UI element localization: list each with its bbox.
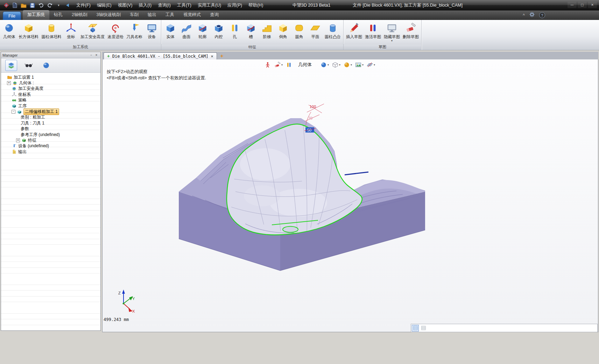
tree-item-6[interactable]: 工序 bbox=[1, 103, 100, 109]
wireframe-mode-icon[interactable]: ▾ bbox=[332, 62, 340, 68]
qat-dropdown-icon[interactable]: ▾ bbox=[55, 2, 62, 9]
dropdown-arrow-icon[interactable]: ▾ bbox=[281, 63, 283, 66]
dropdown-arrow-icon[interactable]: ▾ bbox=[327, 63, 329, 66]
ribbon-button-2-7[interactable]: 阶梯 bbox=[259, 21, 275, 40]
ribbon-button-3-1[interactable]: 插入草图 bbox=[345, 21, 364, 40]
tree-item-3[interactable]: 加工安全高度 bbox=[1, 86, 100, 92]
menu-item-8[interactable]: 应用(P) bbox=[225, 1, 245, 9]
ribbon-button-2-11[interactable]: 圆柱凸台 bbox=[323, 21, 342, 40]
tree-item-8[interactable]: 类别 : 粗加工 bbox=[1, 115, 100, 120]
tree-item-11[interactable]: 参考工序 (undefined) bbox=[1, 132, 100, 137]
view-orientation-icon[interactable]: ▾ bbox=[320, 62, 329, 68]
ribbon-tab-8[interactable]: 视觉样式 bbox=[179, 10, 205, 20]
close-button[interactable]: × bbox=[588, 2, 597, 8]
ribbon-button-1-2[interactable]: 长方体坯料 bbox=[17, 21, 40, 40]
ribbon-button-1-3[interactable]: 圆柱体坯料 bbox=[40, 21, 63, 40]
ribbon-button-1-6[interactable]: 速度进给 bbox=[106, 21, 125, 40]
ribbon-button-2-9[interactable]: 圆角 bbox=[291, 21, 307, 40]
manager-close-icon[interactable]: × bbox=[94, 53, 99, 57]
document-tab[interactable]: + Die Block 4601.VX - [55.Die_block_CAM]… bbox=[104, 52, 217, 59]
viewport-3d-model[interactable]: 100 70 50 Z Y X bbox=[103, 59, 598, 331]
ribbon-tab-4[interactable]: 3轴快速铣削 bbox=[92, 10, 125, 20]
dropdown-arrow-icon[interactable]: ▾ bbox=[362, 63, 364, 66]
ribbon-button-2-6[interactable]: 槽 bbox=[243, 21, 259, 40]
ribbon-tab-5[interactable]: 车削 bbox=[125, 10, 143, 20]
color-manager-icon[interactable] bbox=[286, 62, 293, 68]
shaded-mode-icon[interactable]: ▾ bbox=[343, 62, 352, 68]
minimize-button[interactable]: ─ bbox=[568, 2, 577, 8]
menu-item-6[interactable]: 工具(T) bbox=[174, 1, 194, 9]
ribbon-button-2-10[interactable]: 平面 bbox=[307, 21, 323, 40]
new-file-icon[interactable] bbox=[12, 2, 18, 9]
ribbon-button-3-3[interactable]: 隐藏草图 ▾ bbox=[382, 21, 401, 42]
tree-item-2[interactable]: +几何体 : bbox=[1, 80, 100, 86]
maximize-button[interactable]: □ bbox=[578, 2, 587, 8]
list-view-icon[interactable] bbox=[420, 325, 427, 331]
bottom-scrollbar-strip[interactable] bbox=[411, 324, 598, 332]
ribbon-button-1-5[interactable]: 加工安全高度 bbox=[79, 21, 106, 40]
dropdown-arrow-icon[interactable]: ▾ bbox=[351, 63, 352, 66]
redo-icon[interactable] bbox=[47, 2, 53, 9]
ribbon-button-2-1[interactable]: 实体 bbox=[162, 21, 178, 40]
grid-view-icon[interactable] bbox=[412, 325, 419, 331]
tree-item-1[interactable]: 加工设置 1 bbox=[1, 74, 100, 80]
ribbon-tab-3[interactable]: 2轴铣削 bbox=[67, 10, 92, 20]
file-menu-button[interactable]: File bbox=[3, 12, 21, 20]
menu-item-2[interactable]: 编辑(E) bbox=[94, 1, 114, 9]
ribbon-button-2-3[interactable]: 轮廓 bbox=[195, 21, 211, 40]
dropdown-arrow-icon[interactable]: ▾ bbox=[391, 40, 393, 42]
undo-icon[interactable] bbox=[38, 2, 44, 9]
ribbon-tab-9[interactable]: 查询 bbox=[205, 10, 223, 20]
tree-expander-icon[interactable]: + bbox=[16, 138, 20, 142]
erase-highlight-icon[interactable]: ▾ bbox=[274, 62, 283, 68]
save-file-icon[interactable] bbox=[29, 2, 36, 9]
background-image-icon[interactable]: ▾ bbox=[355, 62, 364, 68]
display-manager-icon[interactable] bbox=[40, 60, 52, 71]
tree-item-9[interactable]: 刀具 : 刀具 1 bbox=[1, 120, 100, 126]
help-icon[interactable]: ? bbox=[539, 12, 545, 18]
menu-item-3[interactable]: 视图(V) bbox=[115, 1, 135, 9]
open-file-icon[interactable] bbox=[20, 2, 27, 9]
ribbon-button-1-8[interactable]: 设备 bbox=[144, 21, 160, 40]
menu-item-5[interactable]: 查询(I) bbox=[155, 1, 174, 9]
tree-item-4[interactable]: 坐标系 bbox=[1, 92, 100, 97]
tab-close-icon[interactable]: × bbox=[211, 54, 213, 59]
tree-item-12[interactable]: +特征 bbox=[1, 137, 100, 143]
ribbon-button-2-5[interactable]: 孔 bbox=[227, 21, 243, 40]
menu-item-9[interactable]: 帮助(H) bbox=[246, 1, 266, 9]
tree-item-13[interactable]: 设备 (undefined) bbox=[1, 143, 100, 149]
manager-tab-icon[interactable] bbox=[5, 60, 17, 71]
ribbon-tab-6[interactable]: 输出 bbox=[143, 10, 161, 20]
ribbon-tab-2[interactable]: 钻孔 bbox=[49, 10, 67, 20]
dropdown-arrow-icon[interactable]: ▾ bbox=[374, 63, 375, 66]
pick-filter-icon[interactable] bbox=[264, 62, 271, 68]
ribbon-button-2-4[interactable]: 内腔 bbox=[211, 21, 227, 40]
menu-item-1[interactable]: 文件(F) bbox=[73, 1, 93, 9]
tree-item-10[interactable]: 参数 bbox=[1, 126, 100, 132]
dropdown-arrow-icon[interactable]: ▾ bbox=[339, 63, 340, 66]
pick-filter-dropdown[interactable]: 几何体 bbox=[298, 62, 312, 68]
ribbon-button-1-1[interactable]: 几何体 bbox=[1, 21, 17, 40]
ribbon-tab-1[interactable]: 加工系统 bbox=[23, 10, 49, 20]
ribbon-button-2-2[interactable]: 曲面 bbox=[178, 21, 195, 40]
tree-item-14[interactable]: 输出 bbox=[1, 149, 100, 155]
manager-float-icon[interactable]: ▫ bbox=[89, 53, 94, 57]
new-view-plus-icon[interactable]: + bbox=[220, 53, 224, 59]
tree-expander-icon[interactable]: - bbox=[12, 110, 15, 114]
glasses-visibility-icon[interactable] bbox=[23, 60, 35, 71]
ribbon-button-3-4[interactable]: 删除草图 bbox=[401, 21, 420, 40]
ribbon-tab-7[interactable]: 工具 bbox=[161, 10, 179, 20]
ribbon-collapse-icon[interactable]: ^ bbox=[523, 13, 525, 18]
settings-gear-icon[interactable] bbox=[529, 12, 535, 19]
ribbon-button-1-4[interactable]: 坐标 bbox=[63, 21, 79, 40]
tree-expander-icon[interactable]: + bbox=[7, 81, 11, 85]
menu-item-4[interactable]: 插入(I) bbox=[136, 1, 154, 9]
section-view-icon[interactable]: ▾ bbox=[366, 62, 375, 68]
ribbon-button-2-8[interactable]: 倒角 bbox=[275, 21, 291, 40]
ribbon-button-1-7[interactable]: 刀具名称 bbox=[125, 21, 144, 40]
menu-item-7[interactable]: 实用工具(U) bbox=[195, 1, 224, 9]
back-icon[interactable] bbox=[64, 2, 71, 9]
tree-item-5[interactable]: 策略 bbox=[1, 98, 100, 103]
ribbon-button-3-2[interactable]: 激活草图 bbox=[364, 21, 382, 40]
tree-item-7[interactable]: -二维偏移粗加工 1 bbox=[1, 109, 100, 114]
